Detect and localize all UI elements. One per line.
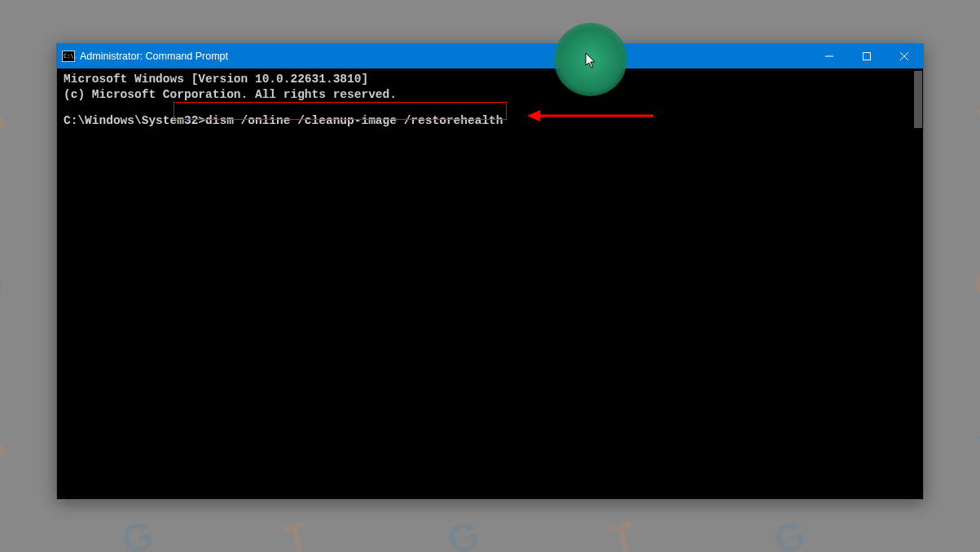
svg-rect-1	[864, 53, 871, 60]
watermark-decoration: T	[975, 422, 980, 471]
entered-command: dism /online /cleanup-image /restoreheal…	[205, 114, 503, 127]
command-prompt-window: C:\. Administrator: Command Prompt	[56, 43, 924, 500]
terminal-copyright-line: (c) Microsoft Corporation. All rights re…	[64, 87, 916, 103]
minimize-button[interactable]	[811, 44, 848, 68]
close-icon	[900, 52, 908, 60]
prompt-path: C:\Windows\System32>	[64, 114, 205, 127]
watermark-decoration: T	[279, 513, 314, 552]
minimize-icon	[825, 52, 833, 60]
terminal-prompt-line: C:\Windows\System32>dism /online /cleanu…	[64, 113, 916, 129]
watermark-decoration: G	[769, 512, 810, 552]
terminal-version-line: Microsoft Windows [Version 10.0.22631.38…	[64, 72, 916, 87]
maximize-icon	[863, 52, 871, 60]
maximize-button[interactable]	[848, 44, 886, 68]
close-button[interactable]	[886, 44, 923, 68]
terminal-output-area[interactable]: Microsoft Windows [Version 10.0.22631.38…	[57, 68, 923, 132]
watermark-decoration: G	[443, 512, 484, 552]
cmd-icon: C:\.	[62, 51, 75, 62]
window-controls	[811, 44, 923, 68]
watermark-decoration: T	[975, 95, 980, 145]
window-title: Administrator: Command Prompt	[80, 51, 228, 62]
window-titlebar[interactable]: C:\. Administrator: Command Prompt	[57, 44, 923, 68]
watermark-decoration: G	[0, 421, 11, 472]
watermark-decoration: G	[969, 258, 980, 309]
watermark-decoration: G	[0, 95, 11, 146]
watermark-decoration: T	[605, 513, 640, 552]
watermark-decoration: G	[117, 512, 158, 552]
watermark-decoration: S	[0, 258, 7, 308]
